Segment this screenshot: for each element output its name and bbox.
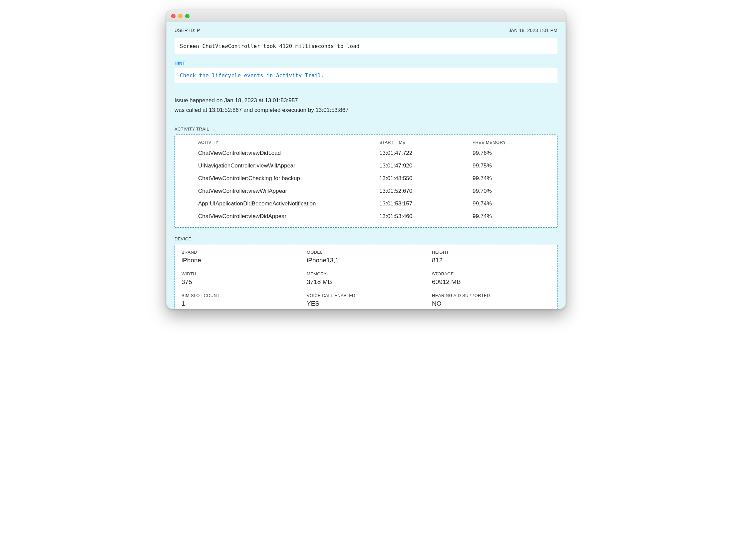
table-row: ChatViewController:Checking for backup13… xyxy=(180,172,552,185)
table-row: UINavigationController:viewWillAppear13:… xyxy=(180,159,552,172)
cell-free-memory: 99.74% xyxy=(473,213,552,220)
cell-start-time: 13:01:53:157 xyxy=(379,200,473,207)
device-field-label: HEIGHT xyxy=(432,250,550,255)
device-grid: BRANDiPhoneMODELiPhone13,1HEIGHT812WIDTH… xyxy=(180,248,552,307)
activity-trail-header: ACTIVITY START TIME FREE MEMORY xyxy=(180,138,552,147)
device-field-value: 3718 MB xyxy=(307,278,425,286)
device-field: BRANDiPhone xyxy=(182,250,300,264)
device-field: STORAGE60912 MB xyxy=(432,271,550,286)
device-field: WIDTH375 xyxy=(182,271,300,286)
cell-free-memory: 99.74% xyxy=(473,175,552,182)
close-icon[interactable] xyxy=(171,14,176,18)
cell-activity: ChatViewController:viewDidAppear xyxy=(198,213,379,220)
hint-text: Check the lifecycle events in Activity T… xyxy=(175,68,557,83)
device-field: MODELiPhone13,1 xyxy=(307,250,425,264)
device-field: HEIGHT812 xyxy=(432,250,550,264)
device-field-label: WIDTH xyxy=(182,271,300,276)
table-row: ChatViewController:viewDidLoad13:01:47:7… xyxy=(180,147,552,159)
device-field-value: iPhone13,1 xyxy=(307,257,425,264)
device-field: MEMORY3718 MB xyxy=(307,271,425,286)
device-field-label: VOICE CALL ENABLED xyxy=(307,293,425,298)
narrative-line: Issue happened on Jan 18, 2023 at 13:01:… xyxy=(175,96,557,106)
device-field-label: STORAGE xyxy=(432,271,550,276)
table-row: ChatViewController:viewWillAppear13:01:5… xyxy=(180,185,552,197)
col-free-memory: FREE MEMORY xyxy=(473,140,552,145)
device-field-value: 375 xyxy=(182,278,300,286)
issue-narrative: Issue happened on Jan 18, 2023 at 13:01:… xyxy=(167,83,565,118)
activity-trail-label: ACTIVITY TRAIL xyxy=(167,118,565,134)
minimize-icon[interactable] xyxy=(178,14,183,18)
maximize-icon[interactable] xyxy=(185,14,189,18)
cell-free-memory: 99.76% xyxy=(473,150,552,156)
device-field-value: NO xyxy=(432,300,550,307)
device-field-value: YES xyxy=(307,300,425,307)
cell-free-memory: 99.70% xyxy=(473,188,552,194)
cell-start-time: 13:01:53:460 xyxy=(379,213,473,220)
activity-trail-rows: ChatViewController:viewDidLoad13:01:47:7… xyxy=(180,147,552,223)
col-start-time: START TIME xyxy=(379,140,473,145)
device-field-value: iPhone xyxy=(182,257,300,264)
device-field-label: MEMORY xyxy=(307,271,425,276)
issue-message: Screen ChatViewController took 4120 mill… xyxy=(175,38,557,54)
device-field-value: 1 xyxy=(182,300,300,307)
user-id-label: USER ID: P xyxy=(175,28,200,33)
device-field-label: BRAND xyxy=(182,250,300,255)
content-area: USER ID: P JAN 18, 2023 1:01 PM Screen C… xyxy=(167,22,565,309)
cell-activity: ChatViewController:viewDidLoad xyxy=(198,150,379,156)
activity-trail-panel: ACTIVITY START TIME FREE MEMORY ChatView… xyxy=(175,134,557,228)
col-activity: ACTIVITY xyxy=(198,140,379,145)
cell-start-time: 13:01:48:550 xyxy=(379,175,473,182)
header-timestamp: JAN 18, 2023 1:01 PM xyxy=(509,28,557,33)
device-field: HEARING AID SUPPORTEDNO xyxy=(432,293,550,307)
device-field-label: SIM SLOT COUNT xyxy=(182,293,300,298)
cell-activity: ChatViewController:Checking for backup xyxy=(198,175,379,182)
device-field-label: HEARING AID SUPPORTED xyxy=(432,293,550,298)
device-field: SIM SLOT COUNT1 xyxy=(182,293,300,307)
cell-start-time: 13:01:52:670 xyxy=(379,188,473,194)
cell-activity: ChatViewController:viewWillAppear xyxy=(198,188,379,194)
device-label: DEVICE xyxy=(167,228,565,244)
cell-activity: UINavigationController:viewWillAppear xyxy=(198,162,379,169)
device-field: VOICE CALL ENABLEDYES xyxy=(307,293,425,307)
cell-free-memory: 99.75% xyxy=(473,162,552,169)
hint-label: HINT xyxy=(167,56,565,68)
device-field-value: 60912 MB xyxy=(432,278,550,286)
cell-free-memory: 99.74% xyxy=(473,200,552,207)
table-row: App:UIApplicationDidBecomeActiveNotifica… xyxy=(180,197,552,210)
cell-activity: App:UIApplicationDidBecomeActiveNotifica… xyxy=(198,200,379,207)
cell-start-time: 13:01:47:920 xyxy=(379,162,473,169)
device-field-label: MODEL xyxy=(307,250,425,255)
narrative-line: was called at 13:01:52:867 and completed… xyxy=(175,106,557,115)
cell-start-time: 13:01:47:722 xyxy=(379,150,473,156)
app-window: USER ID: P JAN 18, 2023 1:01 PM Screen C… xyxy=(166,10,566,309)
header-row: USER ID: P JAN 18, 2023 1:01 PM xyxy=(167,22,565,36)
device-panel: BRANDiPhoneMODELiPhone13,1HEIGHT812WIDTH… xyxy=(175,244,557,309)
titlebar xyxy=(167,10,565,22)
table-row: ChatViewController:viewDidAppear13:01:53… xyxy=(180,210,552,223)
device-field-value: 812 xyxy=(432,257,550,264)
